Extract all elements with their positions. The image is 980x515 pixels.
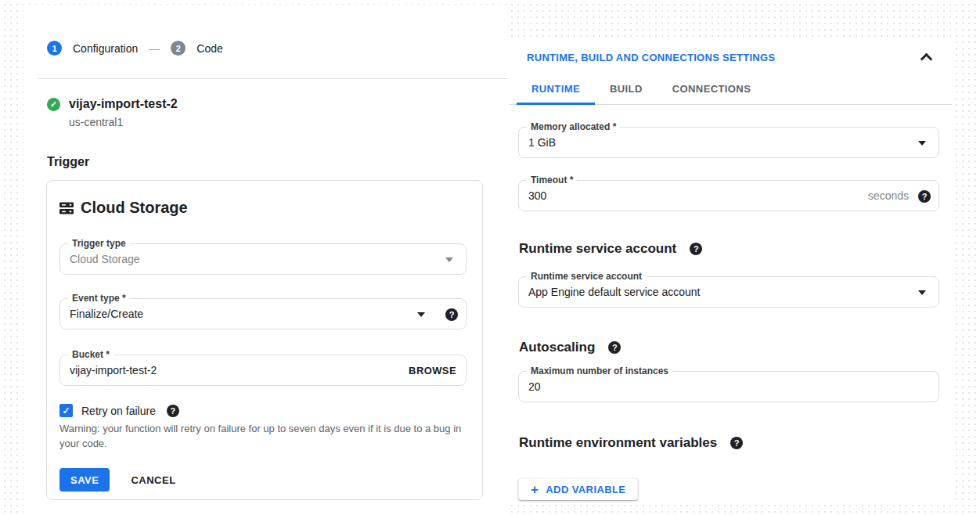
tab-build[interactable]: BUILD: [595, 74, 658, 105]
max-instances-input[interactable]: Maximum number of instances 20: [518, 371, 939, 402]
service-account-heading-row: Runtime service account ?: [519, 241, 952, 257]
step-2-label[interactable]: Code: [196, 42, 222, 55]
memory-allocated-value: 1 GiB: [528, 128, 852, 157]
trigger-type-select: Trigger type Cloud Storage: [59, 243, 467, 275]
max-instances-value: 20: [528, 372, 852, 402]
dropdown-arrow-icon: [417, 312, 425, 317]
runtime-settings-panel: RUNTIME, BUILD AND CONNECTIONS SETTINGS …: [509, 38, 952, 501]
event-type-select[interactable]: Event type * Finalize/Create ?: [59, 298, 467, 330]
env-variables-help-icon[interactable]: ?: [730, 437, 743, 449]
timeout-input[interactable]: Timeout * 300 seconds ?: [518, 180, 939, 211]
autoscaling-heading-row: Autoscaling ?: [519, 340, 952, 355]
env-variables-heading-row: Runtime environment variables ?: [519, 435, 952, 451]
step-1-label[interactable]: Configuration: [73, 42, 138, 55]
function-status-row: ✓ vijay-import-test-2: [47, 97, 507, 111]
settings-tabs: RUNTIME BUILD CONNECTIONS: [509, 74, 952, 105]
retry-label[interactable]: Retry on failure: [81, 405, 156, 417]
service-account-value: App Engine default service account: [528, 277, 852, 307]
timeout-unit-suffix: seconds: [868, 181, 909, 211]
timeout-help-icon[interactable]: ?: [918, 190, 931, 203]
stepper: 1 Configuration — 2 Code: [47, 41, 507, 56]
trigger-heading: Trigger: [47, 155, 507, 169]
step-2-badge[interactable]: 2: [171, 41, 186, 56]
service-account-help-icon[interactable]: ?: [690, 243, 702, 255]
service-account-heading: Runtime service account: [519, 241, 676, 257]
retry-on-failure-row: ✓ Retry on failure ?: [59, 404, 467, 417]
function-region: us-central1: [69, 116, 507, 128]
plus-icon: +: [531, 483, 539, 496]
stepper-separator: —: [149, 42, 160, 55]
env-variables-heading: Runtime environment variables: [519, 435, 717, 451]
add-variable-button-label: ADD VARIABLE: [546, 484, 625, 495]
autoscaling-help-icon[interactable]: ?: [608, 341, 621, 354]
add-variable-button[interactable]: + ADD VARIABLE: [518, 478, 638, 500]
stepper-divider: [38, 78, 507, 79]
service-account-select[interactable]: Runtime service account App Engine defau…: [518, 276, 939, 308]
retry-help-icon[interactable]: ?: [167, 405, 179, 417]
cloud-storage-icon: [59, 202, 74, 214]
trigger-card-title: Cloud Storage: [81, 199, 188, 217]
configuration-panel: 1 Configuration — 2 Code ✓ vijay-import-…: [23, 5, 507, 515]
step-1-badge[interactable]: 1: [47, 41, 62, 56]
bucket-input[interactable]: Bucket * vijay-import-test-2 BROWSE: [59, 355, 467, 386]
trigger-card-title-row: Cloud Storage: [59, 199, 467, 217]
tab-connections[interactable]: CONNECTIONS: [658, 74, 766, 105]
dropdown-arrow-icon: [918, 290, 926, 295]
tab-runtime[interactable]: RUNTIME: [517, 74, 595, 105]
settings-accordion-toggle[interactable]: RUNTIME, BUILD AND CONNECTIONS SETTINGS: [509, 45, 952, 69]
browse-button[interactable]: BROWSE: [409, 355, 456, 387]
chevron-up-icon[interactable]: [921, 53, 933, 66]
trigger-card: Cloud Storage Trigger type Cloud Storage…: [46, 180, 483, 500]
bucket-value: vijay-import-test-2: [70, 355, 395, 385]
trigger-type-value: Cloud Storage: [70, 244, 395, 274]
event-type-help-icon[interactable]: ?: [445, 308, 458, 321]
cancel-button[interactable]: CANCEL: [131, 474, 175, 486]
dropdown-arrow-icon: [445, 258, 453, 262]
memory-allocated-select[interactable]: Memory allocated * 1 GiB: [518, 127, 939, 158]
retry-warning-text: Warning: your function will retry on fai…: [59, 421, 473, 451]
dropdown-arrow-icon: [918, 141, 926, 146]
event-type-value: Finalize/Create: [70, 299, 395, 329]
timeout-value: 300: [528, 181, 852, 211]
function-name: vijay-import-test-2: [69, 97, 178, 111]
settings-accordion-title: RUNTIME, BUILD AND CONNECTIONS SETTINGS: [527, 52, 775, 63]
action-buttons-row: SAVE CANCEL: [59, 468, 467, 492]
autoscaling-heading: Autoscaling: [519, 340, 595, 355]
retry-checkbox[interactable]: ✓: [59, 404, 73, 417]
success-check-icon: ✓: [47, 98, 60, 111]
save-button[interactable]: SAVE: [59, 468, 110, 492]
